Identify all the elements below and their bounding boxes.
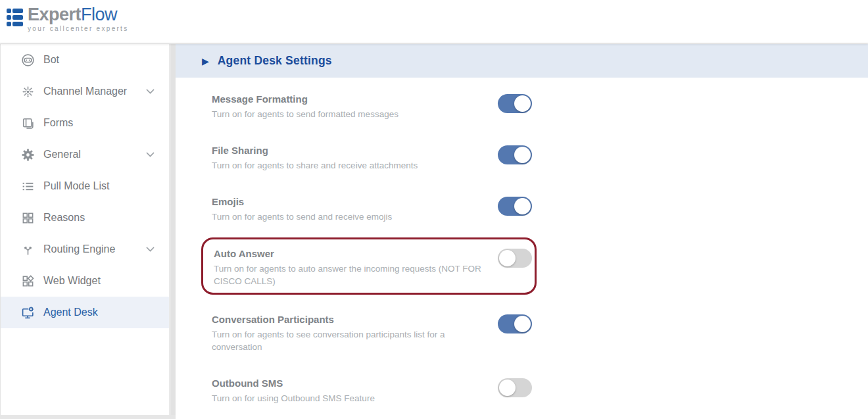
setting-title: Emojis [212,195,392,208]
toggle-auto-answer[interactable] [498,249,532,268]
brand-text: ExpertFlow your callcenter experts [28,5,129,32]
setting-title: Conversation Participants [212,313,487,326]
toggle-outbound-sms[interactable] [498,378,532,397]
toggle-knob [499,380,516,396]
setting-row-conversation-participants: Conversation Participants Turn on for ag… [212,313,532,353]
setting-texts: Emojis Turn on for agents to send and re… [212,195,392,223]
brand-name-secondary: Flow [81,5,117,24]
toggle-knob [514,147,531,163]
toggle-knob [514,95,531,112]
brand-name: ExpertFlow [28,5,129,24]
chevron-down-icon[interactable] [146,247,155,252]
sidebar-item-forms[interactable]: Forms [1,107,169,139]
toggle-knob [514,198,531,214]
page-title: Agent Desk Settings [218,54,332,68]
sidebar: Bot Channel Manager [0,44,170,415]
triangle-right-icon: ▶ [202,57,209,66]
setting-description: Turn on for using Outbound SMS Feature [212,392,375,405]
hub-icon [20,84,35,99]
setting-description: Turn on for agents to share and receive … [212,159,418,172]
content-scrollbar[interactable] [170,44,176,419]
chevron-down-icon[interactable] [146,89,155,94]
setting-texts: Outbound SMS Turn on for using Outbound … [212,377,375,405]
chevron-down-icon[interactable] [146,152,155,157]
setting-description: Turn on for agents to send and receive e… [212,210,392,223]
setting-row-outbound-sms: Outbound SMS Turn on for using Outbound … [212,377,532,405]
bot-icon [20,53,35,67]
setting-title: Outbound SMS [212,377,375,389]
widget-icon [20,274,35,288]
sidebar-item-label: Bot [43,54,59,66]
setting-row-file-sharing: File Sharing Turn on for agents to share… [212,144,532,172]
settings-list: Message Formatting Turn on for agents to… [176,78,868,405]
toggle-emojis[interactable] [498,197,532,216]
sidebar-item-label: Agent Desk [43,307,98,318]
setting-row-emojis: Emojis Turn on for agents to send and re… [212,195,532,223]
gear-icon [20,147,35,162]
toggle-conversation-participants[interactable] [498,314,532,333]
setting-title: File Sharing [212,144,418,157]
brand-tagline: your callcenter experts [28,25,129,32]
setting-description: Turn on for agents to auto answer the in… [214,262,489,287]
agent-desk-icon [20,305,35,320]
toggle-knob [499,250,516,266]
sidebar-item-routing-engine[interactable]: Routing Engine [1,234,169,265]
forms-icon [20,116,35,130]
grid-icon [20,210,35,225]
sidebar-item-label: Web Widget [43,275,101,287]
sidebar-item-web-widget[interactable]: Web Widget [1,265,169,297]
sidebar-item-general[interactable]: General [1,139,169,170]
sidebar-item-bot[interactable]: Bot [1,44,169,76]
setting-texts: Auto Answer Turn on for agents to auto a… [214,247,489,287]
sidebar-item-agent-desk[interactable]: Agent Desk [1,297,169,328]
highlight-annotation-box: Auto Answer Turn on for agents to auto a… [201,237,537,295]
setting-texts: Conversation Participants Turn on for ag… [212,313,487,353]
sidebar-item-label: Pull Mode List [43,180,110,192]
app-window: ExpertFlow your callcenter experts Bot [0,0,868,419]
setting-title: Auto Answer [214,247,489,260]
sidebar-item-label: Channel Manager [43,86,127,97]
sidebar-item-reasons[interactable]: Reasons [1,202,169,234]
brand-name-primary: Expert [28,5,81,24]
section-header[interactable]: ▶ Agent Desk Settings [176,44,868,78]
setting-texts: Message Formatting Turn on for agents to… [212,93,398,120]
sidebar-item-label: Forms [43,117,73,129]
brand-logo: ExpertFlow your callcenter experts [7,5,129,32]
setting-row-message-formatting: Message Formatting Turn on for agents to… [212,93,532,120]
setting-description: Turn on for agents to see conversation p… [212,328,487,353]
setting-texts: File Sharing Turn on for agents to share… [212,144,418,172]
toggle-file-sharing[interactable] [498,145,532,164]
bottom-strip [0,415,176,419]
sidebar-item-channel-manager[interactable]: Channel Manager [1,76,169,107]
expertflow-logo-icon [7,9,23,26]
toggle-message-formatting[interactable] [498,94,532,113]
sidebar-item-pull-mode-list[interactable]: Pull Mode List [1,170,169,202]
list-icon [20,179,35,193]
main-content: ▶ Agent Desk Settings Message Formatting… [176,44,868,419]
sidebar-item-label: General [43,149,81,160]
toggle-knob [514,316,531,332]
sidebar-item-label: Routing Engine [43,243,115,255]
setting-row-auto-answer: Auto Answer Turn on for agents to auto a… [214,247,532,287]
setting-title: Message Formatting [212,93,398,105]
sidebar-item-label: Reasons [43,212,85,224]
setting-description: Turn on for agents to send formatted mes… [212,108,398,120]
routing-icon [20,242,35,257]
topbar: ExpertFlow your callcenter experts [0,0,868,43]
